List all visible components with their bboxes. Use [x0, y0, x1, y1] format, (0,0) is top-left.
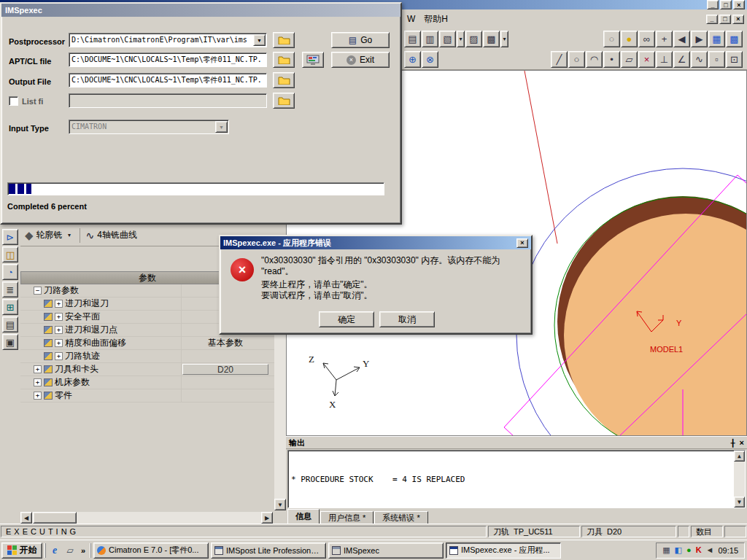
ucs-icon[interactable]: ⊕ [404, 51, 421, 68]
expand-icon[interactable]: + [55, 313, 63, 321]
error-close-button[interactable]: × [516, 238, 528, 248]
small-grid-icon[interactable]: ▫ [708, 51, 725, 68]
start-button[interactable]: 开始 [1, 542, 42, 559]
pin-icon[interactable]: ╂ [731, 439, 735, 447]
next-view-icon[interactable]: ▶ [691, 31, 708, 47]
expand-icon[interactable]: + [55, 326, 63, 334]
previous-view-icon[interactable]: ◀ [673, 31, 690, 47]
cancel-button[interactable]: 取消 [379, 311, 435, 327]
scroll-up-button[interactable]: ▲ [734, 451, 745, 462]
tree-item-value[interactable]: 基本参数 [182, 338, 268, 349]
view-preset-icon[interactable]: ▧ [439, 31, 456, 47]
nc-verify-icon[interactable]: ◫ [2, 246, 18, 262]
print-icon[interactable]: ▥ [422, 31, 438, 47]
input-type-combobox[interactable]: CIMATRON ▼ [69, 120, 229, 134]
restore-button[interactable]: □ [720, 0, 732, 9]
input-type-dropdown[interactable]: ▼ [215, 121, 228, 133]
nc-preview-icon[interactable]: ◔ [2, 264, 18, 280]
blue-tray-icon[interactable]: ◧ [675, 546, 682, 554]
green-tray-icon[interactable]: ● [686, 546, 692, 554]
list-file-checkbox[interactable] [9, 96, 18, 106]
expand-icon[interactable]: + [55, 339, 63, 347]
tree-row[interactable]: + 零件 [20, 389, 274, 402]
grid-icon[interactable]: ▦ [708, 31, 725, 47]
show-desktop-icon[interactable]: ▱ [63, 545, 77, 556]
tree-row[interactable]: + 刀路轨迹 [20, 350, 274, 363]
scroll-down-button[interactable]: ▼ [274, 499, 286, 510]
scroll-down-button[interactable]: ▼ [734, 497, 745, 508]
tab-user-info[interactable]: 用户信息 * [320, 511, 374, 524]
output-close-icon[interactable]: × [740, 438, 744, 447]
clock[interactable]: 09:15 [718, 546, 738, 555]
plane-tool-icon[interactable]: ▱ [621, 51, 638, 68]
coord-box-icon[interactable]: ⊡ [726, 51, 743, 68]
nc-simulate-icon[interactable]: ⊳ [2, 229, 18, 245]
nc-list-icon[interactable]: ≣ [2, 281, 18, 298]
tab-info[interactable]: 信息 [287, 509, 320, 524]
output-log[interactable]: * PROCEDURE STOCK = 4 IS REPLACED * * OU… [287, 450, 746, 508]
aptcl-input[interactable]: C:\DOCUME~1\CNC\LOCALS~1\Temp\零件011_NC.T… [69, 52, 267, 67]
point-tool-icon[interactable]: • [603, 51, 620, 68]
proc-tab-profile-mill[interactable]: 轮廓铣 [36, 229, 63, 241]
expand-icon[interactable]: + [34, 365, 42, 373]
tree-row[interactable]: + 刀具和卡头 D20 [20, 363, 274, 376]
nc-panel-icon[interactable]: ▣ [2, 334, 18, 350]
line-tool-icon[interactable]: ╱ [551, 51, 568, 68]
pan-icon[interactable]: + [656, 31, 673, 47]
nc-add-icon[interactable]: ⊞ [2, 299, 18, 315]
circle-tool-icon[interactable]: ○ [568, 51, 585, 68]
report-icon[interactable]: ▤ [404, 31, 421, 47]
proc-tab-dropdown[interactable]: ▾ [66, 227, 74, 244]
collapse-icon[interactable]: − [34, 287, 42, 295]
antivirus-tray-icon[interactable]: K [696, 546, 702, 554]
ie-quicklaunch-icon[interactable]: e [48, 545, 61, 556]
taskbar-item-error-dialog[interactable]: IMSpexec.exe - 应用程... [446, 542, 561, 559]
display-mode-dropdown[interactable]: ▾ [500, 31, 508, 47]
go-button[interactable]: ▤ Go [331, 32, 390, 48]
postprocessor-dropdown[interactable]: ▼ [253, 34, 266, 46]
trim-tool-icon[interactable]: × [638, 51, 655, 68]
proc-tab-4axis-curve[interactable]: 4轴铣曲线 [97, 229, 137, 241]
snap-grid-icon[interactable]: ▩ [726, 31, 743, 47]
error-titlebar[interactable]: IMSpexec.exe - 应用程序错误 × [220, 236, 531, 249]
child-close-button[interactable]: × [732, 15, 744, 24]
nc-report-icon[interactable]: ▤ [2, 316, 18, 332]
output-file-input[interactable]: C:\DOCUME~1\CNC\LOCALS~1\Temp\零件011_NC.T… [69, 73, 267, 88]
tree-hscrollbar[interactable]: ◀ ▶ [20, 512, 273, 524]
normal-tool-icon[interactable]: ⊥ [656, 51, 673, 68]
postprocessor-combobox[interactable]: D:\Cimatron\CimatronE\Program\IT\var\ims… [69, 33, 267, 47]
bulb-on-icon[interactable]: ● [621, 31, 638, 47]
child-minimize-button[interactable]: _ [706, 15, 718, 24]
bulb-off-icon[interactable]: ○ [603, 31, 620, 47]
output-browse-button[interactable] [273, 72, 295, 88]
arc-tool-icon[interactable]: ◠ [586, 51, 603, 68]
aptcl-browse-button[interactable] [273, 52, 295, 68]
list-browse-button[interactable] [273, 93, 295, 109]
ok-button[interactable]: 确定 [319, 311, 374, 327]
expand-icon[interactable]: + [34, 392, 42, 400]
view-preset-dropdown[interactable]: ▾ [457, 31, 465, 47]
scroll-thumb[interactable] [33, 512, 77, 524]
curve-tool-icon[interactable]: ∿ [691, 51, 708, 68]
output-vscrollbar[interactable]: ▲ ▼ [734, 451, 745, 508]
tree-row[interactable]: + 机床参数 [20, 376, 274, 389]
expand-icon[interactable]: + [34, 378, 42, 386]
taskbar-item-imspost[interactable]: IMSpost Lite Professional... [211, 542, 326, 559]
expand-icon[interactable]: + [55, 352, 63, 360]
taskbar-item-imspexec[interactable]: IMSpexec [328, 542, 444, 559]
quicklaunch-overflow-chevron[interactable]: » [79, 546, 88, 555]
scroll-left-button[interactable]: ◀ [20, 512, 32, 524]
list-file-input[interactable] [69, 93, 267, 108]
display-mode-icon[interactable]: ▩ [483, 31, 500, 47]
volume-tray-icon[interactable]: ◄ [706, 546, 714, 554]
monitor-button[interactable] [302, 52, 324, 68]
menu-window[interactable]: W [403, 12, 419, 26]
taskbar-item-cimatron[interactable]: Cimatron E 7.0 - [零件0... [93, 542, 209, 559]
close-button[interactable]: × [733, 0, 745, 9]
scroll-right-button[interactable]: ▶ [261, 512, 273, 524]
tool-value-cell[interactable]: D20 [182, 364, 268, 375]
angle-tool-icon[interactable]: ∠ [673, 51, 690, 68]
minimize-button[interactable]: _ [707, 0, 719, 9]
tree-row[interactable]: + 精度和曲面偏移 基本参数 [20, 337, 274, 350]
menu-help[interactable]: 帮助H [419, 11, 452, 28]
